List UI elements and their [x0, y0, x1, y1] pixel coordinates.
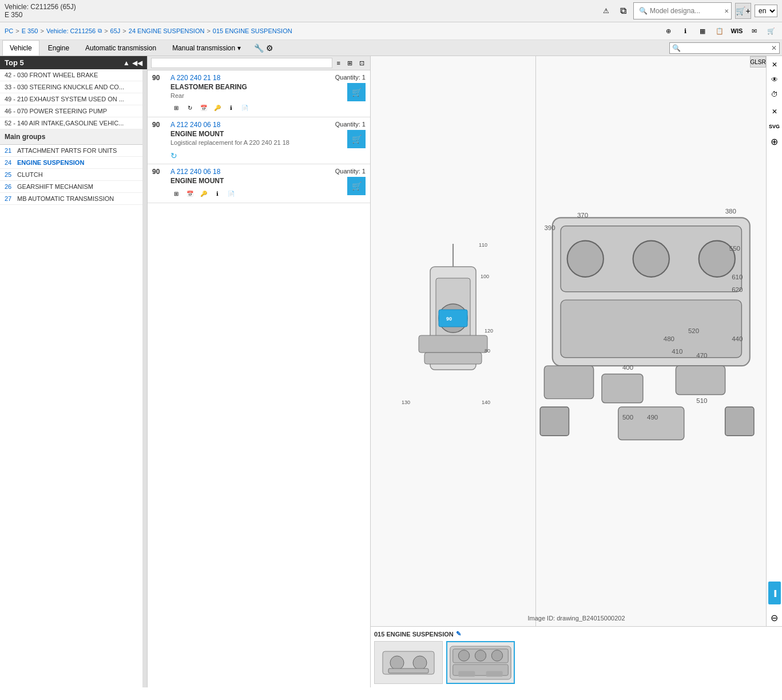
sidebar-scrollbar[interactable]	[142, 69, 147, 687]
copy-vehicle-icon[interactable]: ⧉	[98, 27, 102, 34]
cart-btn-2[interactable]: 🛒	[347, 177, 366, 195]
sidebar-item-24[interactable]: 24 ENGINE SUSPENSION	[0, 157, 142, 169]
breadcrumb-vehicle[interactable]: Vehicle: C211256	[46, 27, 96, 34]
diagram-image-label: Image ID: drawing_B24015000202	[527, 615, 625, 622]
part-info-icon-2[interactable]: ℹ	[212, 188, 223, 199]
tool-eye-icon[interactable]: 👁	[768, 73, 781, 86]
tab-search-input[interactable]	[683, 43, 769, 53]
sidebar-quick-item-1[interactable]: 33 - 030 STEERING KNUCKLE AND CO...	[0, 81, 142, 93]
tab-manual-transmission[interactable]: Manual transmission ▾	[165, 40, 248, 56]
part-doc-icon-2[interactable]: 📄	[225, 188, 237, 199]
parts-filter-bar[interactable]	[151, 58, 332, 68]
svg-point-48	[458, 650, 469, 661]
sidebar-num-24: 24	[5, 159, 17, 166]
sidebar-double-collapse-icon[interactable]: ◀◀	[132, 59, 142, 67]
breadcrumb-015-engine-suspension[interactable]: 015 ENGINE SUSPENSION	[213, 27, 292, 34]
part-name-2: ENGINE MOUNT	[170, 177, 333, 185]
part-key-icon-2[interactable]: 🔑	[198, 188, 209, 199]
part-key-icon-0[interactable]: 🔑	[212, 102, 223, 113]
part-name-1: ENGINE MOUNT	[170, 130, 333, 138]
sidebar-quick-item-0[interactable]: 42 - 030 FRONT WHEEL BRAKE	[0, 69, 142, 81]
part-item-2: 90 A 212 240 06 18 ENGINE MOUNT ⊞ 📅 🔑 ℹ …	[148, 164, 370, 203]
part-id-2[interactable]: A 212 240 06 18	[170, 168, 333, 176]
tab-icon-settings[interactable]: ⚙	[266, 43, 273, 53]
breadcrumb-65j[interactable]: 65J	[110, 27, 121, 34]
breadcrumb-pc[interactable]: PC	[5, 27, 13, 34]
wis-icon[interactable]: WIS	[731, 25, 743, 37]
sidebar-item-25[interactable]: 25 CLUTCH	[0, 169, 142, 181]
thumbnail-0[interactable]	[374, 641, 443, 684]
zoom-in-icon[interactable]: ⊕	[662, 25, 674, 37]
svg-rect-22	[676, 366, 725, 394]
header-left: Vehicle: C211256 (65J) E 350	[5, 3, 76, 19]
search-clear-icon[interactable]: ✕	[724, 8, 729, 14]
sidebar-item-21[interactable]: 21 ATTACHMENT PARTS FOR UNITS	[0, 145, 142, 157]
part-id-1[interactable]: A 212 240 06 18	[170, 121, 333, 129]
part-table-icon-2[interactable]: ⊞	[170, 188, 182, 199]
parts-list-icon[interactable]: ≡	[335, 58, 343, 68]
qty-label-0: Quantity: 1	[335, 74, 366, 81]
tool-zoom-out-icon[interactable]: ⊖	[768, 611, 781, 624]
sidebar-quick-item-3[interactable]: 46 - 070 POWER STEERING PUMP	[0, 105, 142, 117]
model-label: E 350	[5, 11, 76, 19]
tab-automatic-transmission[interactable]: Automatic transmission	[78, 40, 164, 56]
part-calendar-icon-0[interactable]: 📅	[198, 102, 209, 113]
sidebar-num-27: 27	[5, 195, 17, 202]
svg-text:480: 480	[663, 335, 674, 342]
part-item-0: 90 A 220 240 21 18 ELASTOMER BEARING Rea…	[148, 70, 370, 117]
copy-icon[interactable]: ⧉	[616, 4, 630, 18]
tab-icon-wrench[interactable]: 🔧	[254, 43, 264, 53]
sidebar-quick-item-2[interactable]: 49 - 210 EXHAUST SYSTEM USED ON ...	[0, 93, 142, 105]
svg-rect-24	[725, 407, 753, 436]
tab-vehicle[interactable]: Vehicle	[2, 40, 39, 56]
part-table-icon-0[interactable]: ⊞	[170, 102, 182, 113]
tool-svg-icon[interactable]: SVG	[768, 120, 781, 133]
cart-add-icon[interactable]: 🛒+	[735, 3, 751, 19]
tool-close-icon[interactable]: ✕	[768, 58, 781, 71]
bottom-edit-icon[interactable]: ✎	[456, 630, 461, 638]
diagram-panel: 110 100 80 130 140 120 90	[371, 56, 782, 687]
tool-x-icon[interactable]: ✕	[768, 105, 781, 118]
part-id-0[interactable]: A 220 240 21 18	[170, 74, 333, 82]
svg-text:550: 550	[729, 245, 740, 252]
sidebar-quick-item-4[interactable]: 52 - 140 AIR INTAKE,GASOLINE VEHIC...	[0, 117, 142, 129]
cart-btn-1[interactable]: 🛒	[347, 130, 366, 148]
tool-zoom-in-icon[interactable]: ⊕	[768, 135, 781, 148]
search-input[interactable]	[650, 7, 724, 15]
tab-engine[interactable]: Engine	[41, 40, 77, 56]
info-bc-icon[interactable]: ℹ	[679, 25, 692, 37]
tool-pin-icon[interactable]: ▐	[768, 582, 781, 604]
sidebar-collapse-icon[interactable]: ▲	[123, 59, 130, 67]
diagram-header-close[interactable]: GLSR	[750, 56, 766, 68]
main-content: Top 5 ▲ ◀◀ 42 - 030 FRONT WHEEL BRAKE 33…	[0, 56, 782, 687]
search-box: 🔍 ✕	[633, 2, 732, 19]
breadcrumb-e350[interactable]: E 350	[22, 27, 38, 34]
svg-text:130: 130	[402, 400, 410, 405]
part-refresh-icon-0[interactable]: ↻	[184, 102, 196, 113]
qty-area-0: Quantity: 1 🛒	[335, 74, 366, 113]
part-pos-0: 90	[152, 74, 168, 113]
sidebar-item-27[interactable]: 27 MB AUTOMATIC TRANSMISSION	[0, 193, 142, 205]
tab-search-clear-icon[interactable]: ✕	[769, 43, 779, 53]
sidebar-item-26[interactable]: 26 GEARSHIFT MECHANISM	[0, 181, 142, 193]
parts-grid-icon[interactable]: ⊞	[345, 58, 355, 68]
parts-expand-icon[interactable]: ⊡	[357, 58, 367, 68]
doc-icon[interactable]: 📋	[713, 25, 726, 37]
tool-history-icon[interactable]: ⏱	[768, 88, 781, 101]
part-info-icon-0[interactable]: ℹ	[225, 102, 237, 113]
filter-icon[interactable]: ▦	[696, 25, 709, 37]
part-calendar-icon-2[interactable]: 📅	[184, 188, 196, 199]
bottom-panel: 015 ENGINE SUSPENSION ✎	[371, 626, 782, 687]
breadcrumb-24-engine-suspension[interactable]: 24 ENGINE SUSPENSION	[129, 27, 205, 34]
language-select[interactable]: en de fr	[755, 5, 777, 17]
thumb-svg-0	[380, 646, 437, 680]
search-icon[interactable]: 🔍	[636, 4, 650, 18]
tab-search-icon[interactable]: 🔍	[670, 43, 683, 53]
cart-icon[interactable]: 🛒	[765, 25, 777, 37]
svg-rect-2	[419, 335, 487, 353]
thumbnail-1[interactable]	[446, 641, 515, 684]
cart-btn-0[interactable]: 🛒	[347, 83, 366, 101]
warning-icon[interactable]: ⚠	[599, 4, 613, 18]
part-doc-icon-0[interactable]: 📄	[239, 102, 251, 113]
mail-icon[interactable]: ✉	[748, 25, 760, 37]
